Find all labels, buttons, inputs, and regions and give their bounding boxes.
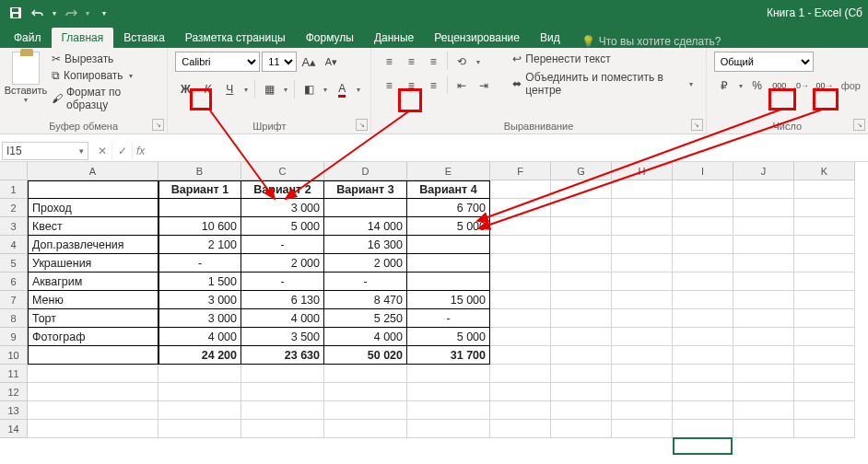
cell[interactable]: Вариант 1 — [158, 180, 241, 199]
cell[interactable]: 4 000 — [158, 328, 241, 346]
row-header[interactable]: 12 — [0, 383, 28, 401]
tell-me-search[interactable]: 💡 Что вы хотите сделать? — [581, 35, 721, 48]
thousands-separator-icon[interactable]: 000 — [769, 75, 790, 96]
increase-decimal-icon[interactable]: .0→ — [792, 75, 812, 96]
cell[interactable] — [794, 383, 855, 401]
cell[interactable]: 31 700 — [407, 346, 490, 365]
cell[interactable]: 16 300 — [324, 236, 407, 254]
bold-button[interactable]: Ж — [175, 79, 195, 99]
cell[interactable]: 10 600 — [158, 217, 241, 236]
cell[interactable] — [241, 401, 324, 420]
cell[interactable] — [551, 309, 612, 328]
row-header[interactable]: 6 — [0, 273, 28, 291]
cell[interactable] — [551, 254, 612, 273]
currency-icon[interactable]: ₽ — [714, 75, 734, 96]
cell[interactable] — [733, 273, 794, 291]
cell[interactable] — [490, 199, 551, 217]
cell[interactable] — [407, 420, 490, 438]
cell[interactable] — [673, 236, 733, 254]
cell[interactable] — [551, 401, 612, 420]
cell[interactable] — [324, 401, 407, 420]
cell[interactable] — [158, 383, 241, 401]
cell[interactable]: 2 000 — [324, 254, 407, 273]
cell[interactable] — [612, 309, 673, 328]
cell[interactable] — [551, 346, 612, 365]
column-header[interactable]: H — [612, 162, 673, 180]
cell[interactable] — [28, 401, 158, 420]
cell[interactable]: 3 000 — [158, 291, 241, 309]
italic-button[interactable]: К — [197, 79, 217, 99]
row-header[interactable]: 2 — [0, 199, 28, 217]
cell[interactable] — [733, 236, 794, 254]
cell[interactable] — [551, 383, 612, 401]
cell[interactable]: 5 000 — [241, 217, 324, 236]
merge-center-button[interactable]: ⬌Объединить и поместить в центре▾ — [507, 70, 698, 98]
row-header[interactable]: 10 — [0, 346, 28, 365]
cell[interactable] — [794, 273, 855, 291]
cancel-icon[interactable]: ✕ — [92, 142, 112, 160]
cell[interactable] — [490, 401, 551, 420]
cell[interactable]: - — [241, 236, 324, 254]
align-right-icon[interactable]: ≡ — [423, 75, 443, 96]
row-header[interactable]: 3 — [0, 217, 28, 236]
cell[interactable]: Фотограф — [28, 328, 158, 346]
cell[interactable] — [490, 291, 551, 309]
cell[interactable] — [490, 217, 551, 236]
cell[interactable] — [612, 328, 673, 346]
cell[interactable] — [490, 273, 551, 291]
chevron-down-icon[interactable]: ▾ — [241, 79, 251, 99]
cell[interactable] — [407, 273, 490, 291]
chevron-down-icon[interactable]: ▾ — [281, 79, 290, 99]
cell[interactable]: - — [241, 273, 324, 291]
cell[interactable] — [158, 401, 241, 420]
row-header[interactable]: 13 — [0, 401, 28, 420]
cell[interactable] — [551, 199, 612, 217]
cell[interactable] — [551, 291, 612, 309]
paste-button[interactable]: Вставить ▾ — [7, 52, 44, 119]
cell[interactable]: 2 000 — [241, 254, 324, 273]
font-size-select[interactable]: 11 — [262, 52, 297, 72]
cell[interactable]: - — [324, 273, 407, 291]
worksheet-grid[interactable]: ABCDEFGHIJK 1234567891011121314 Вариант … — [0, 162, 868, 438]
align-middle-icon[interactable]: ≡ — [401, 52, 421, 72]
row-header[interactable]: 5 — [0, 254, 28, 273]
cell[interactable] — [551, 217, 612, 236]
row-header[interactable]: 1 — [0, 180, 28, 199]
font-launcher-icon[interactable]: ↘ — [356, 119, 368, 131]
format-painter-button[interactable]: 🖌Формат по образцу — [48, 85, 159, 112]
cell[interactable]: Доп.развлечения — [28, 236, 158, 254]
cell[interactable] — [324, 365, 407, 383]
cell[interactable] — [673, 291, 733, 309]
cell[interactable] — [673, 309, 733, 328]
cell[interactable]: Аквагрим — [28, 273, 158, 291]
cell[interactable] — [794, 180, 855, 199]
column-header[interactable]: E — [407, 162, 490, 180]
tab-view[interactable]: Вид — [530, 28, 570, 48]
cell[interactable] — [794, 401, 855, 420]
cell[interactable] — [28, 180, 158, 199]
row-header[interactable]: 4 — [0, 236, 28, 254]
cell[interactable]: Торт — [28, 309, 158, 328]
name-box[interactable]: I15 ▾ — [2, 142, 88, 160]
chevron-down-icon[interactable]: ▾ — [321, 79, 330, 99]
column-header[interactable]: F — [490, 162, 551, 180]
cell[interactable] — [612, 365, 673, 383]
number-launcher-icon[interactable]: ↘ — [853, 119, 865, 131]
column-header[interactable]: B — [158, 162, 241, 180]
cell[interactable] — [673, 180, 733, 199]
column-header[interactable]: D — [324, 162, 407, 180]
clipboard-launcher-icon[interactable]: ↘ — [152, 119, 164, 131]
cell[interactable] — [794, 328, 855, 346]
cell[interactable] — [612, 236, 673, 254]
cell[interactable] — [733, 346, 794, 365]
tab-insert[interactable]: Вставка — [113, 28, 175, 48]
increase-font-icon[interactable]: A▴ — [299, 52, 319, 72]
cell[interactable]: 5 000 — [407, 217, 490, 236]
cell[interactable] — [673, 365, 733, 383]
cell[interactable] — [794, 217, 855, 236]
cell[interactable] — [158, 365, 241, 383]
cell[interactable] — [551, 328, 612, 346]
cell[interactable]: Квест — [28, 217, 158, 236]
cell[interactable]: 23 630 — [241, 346, 324, 365]
cell[interactable] — [733, 199, 794, 217]
